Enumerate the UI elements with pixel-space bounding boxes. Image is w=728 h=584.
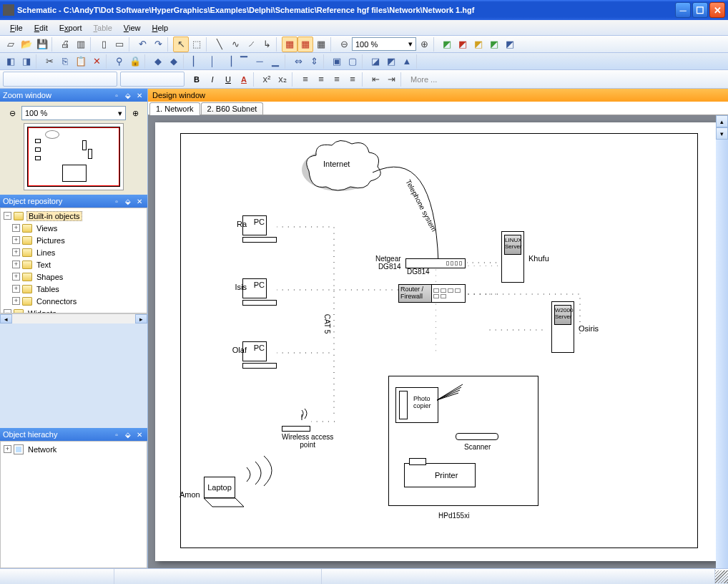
panel-window-icon[interactable]: ▫ — [112, 429, 122, 439]
forward-icon[interactable]: ▲ — [399, 54, 415, 69]
align-t-icon[interactable]: ▔ — [236, 54, 252, 69]
edit-a-icon[interactable]: ◧ — [3, 54, 19, 69]
panel-close-icon[interactable]: ✕ — [134, 429, 144, 439]
page-setup-icon[interactable]: ▥ — [73, 36, 89, 52]
tree-item[interactable]: +Connectors — [2, 295, 145, 307]
panel-close-icon[interactable]: ✕ — [134, 196, 144, 206]
panel-close-icon[interactable]: ✕ — [134, 90, 144, 100]
zoom-dropdown[interactable]: 100 %▾ — [352, 37, 416, 51]
new-icon[interactable]: ▱ — [3, 36, 19, 52]
superscript-icon[interactable]: x² — [259, 72, 275, 87]
zoom-value-dropdown[interactable]: 100 %▾ — [21, 106, 126, 120]
insert-col-icon[interactable]: ▯ — [96, 36, 112, 52]
pointer-tool-icon[interactable]: ↖ — [173, 36, 189, 52]
zoom-out-icon[interactable]: ⊖ — [336, 36, 352, 52]
paste-icon[interactable]: 📋 — [73, 54, 89, 69]
tree-item[interactable]: +Shapes — [2, 271, 145, 283]
wireless-access-point[interactable]: Wireless access point — [282, 409, 333, 449]
panel-pin-icon[interactable]: ⬙ — [123, 196, 133, 206]
tree-item[interactable]: +Views — [2, 222, 145, 234]
repo-hscroll[interactable]: ◂▸ — [0, 313, 147, 323]
tab-b60subnet[interactable]: 2. B60 Subnet — [201, 102, 264, 115]
align-b-icon[interactable]: ▁ — [267, 54, 283, 69]
subscript-icon[interactable]: x₂ — [275, 72, 290, 87]
font-color-icon[interactable]: A — [236, 72, 252, 87]
redo-icon[interactable]: ↷ — [150, 36, 166, 52]
laptop-amon[interactable]: Laptop — [204, 477, 245, 510]
layer-b-icon[interactable]: ◩ — [455, 36, 471, 52]
front-icon[interactable]: ◪ — [368, 54, 383, 69]
menu-help[interactable]: Help — [146, 22, 174, 34]
printer[interactable]: Printer — [404, 463, 476, 487]
diagram-canvas[interactable]: Internet Telephone system Ra PC Isis PC — [155, 122, 716, 561]
pc-ra[interactable]: Ra PC — [242, 215, 277, 243]
grid-snap-icon[interactable]: ▦ — [313, 36, 329, 52]
maximize-button[interactable]: ☐ — [692, 2, 708, 18]
canvas-vscroll[interactable]: ▴ ▾ — [716, 115, 728, 568]
close-button[interactable]: ✕ — [709, 2, 725, 18]
menu-view[interactable]: View — [118, 22, 147, 34]
font-family-dropdown[interactable] — [3, 72, 117, 87]
text-right-icon[interactable]: ≡ — [329, 72, 345, 87]
pc-olaf[interactable]: Olaf PC — [242, 341, 277, 369]
save-icon[interactable]: 💾 — [34, 36, 50, 52]
back-icon[interactable]: ◩ — [383, 54, 399, 69]
align-m-icon[interactable]: ─ — [252, 54, 267, 69]
tree-item[interactable]: +Text — [2, 258, 145, 271]
connector-tool-icon[interactable]: ↳ — [259, 36, 275, 52]
panel-window-icon[interactable]: ▫ — [112, 90, 122, 100]
panel-pin-icon[interactable]: ⬙ — [123, 429, 133, 439]
tree-item[interactable]: +Pictures — [2, 234, 145, 246]
menu-export[interactable]: Export — [54, 22, 88, 34]
layer-e-icon[interactable]: ◩ — [502, 36, 518, 52]
minimize-button[interactable]: ─ — [675, 2, 691, 18]
menu-file[interactable]: File — [4, 22, 29, 34]
photocopier[interactable]: Photo copier — [395, 387, 438, 423]
align-r-icon[interactable]: ▕ — [220, 54, 236, 69]
indent-inc-icon[interactable]: ⇥ — [383, 72, 399, 87]
layer-d-icon[interactable]: ◩ — [486, 36, 502, 52]
find-icon[interactable]: ⚲ — [112, 54, 127, 69]
ungroup-icon[interactable]: ▢ — [345, 54, 360, 69]
indent-dec-icon[interactable]: ⇤ — [368, 72, 383, 87]
zoom-plus-icon[interactable]: ⊕ — [129, 107, 142, 120]
zoom-thumbnail[interactable] — [24, 123, 124, 190]
tree-item[interactable]: +Lines — [2, 246, 145, 258]
dist-v-icon[interactable]: ⇕ — [306, 54, 322, 69]
layer-a-icon[interactable]: ◩ — [439, 36, 455, 52]
bold-icon[interactable]: B — [189, 72, 205, 87]
text-justify-icon[interactable]: ≡ — [345, 72, 360, 87]
italic-icon[interactable]: I — [205, 72, 220, 87]
zoom-in-icon[interactable]: ⊕ — [416, 36, 432, 52]
open-icon[interactable]: 📂 — [19, 36, 34, 52]
tree-item[interactable]: +Tables — [2, 283, 145, 295]
underline-icon[interactable]: U — [220, 72, 236, 87]
copy-icon[interactable]: ⎘ — [57, 54, 73, 69]
resize-grip-icon[interactable] — [715, 570, 728, 583]
edit-b-icon[interactable]: ◨ — [19, 54, 34, 69]
panel-window-icon[interactable]: ▫ — [112, 196, 122, 206]
curve-tool-icon[interactable]: ∿ — [227, 36, 243, 52]
scanner[interactable] — [456, 433, 498, 440]
more-label[interactable]: More ... — [410, 75, 437, 84]
text-left-icon[interactable]: ≡ — [297, 72, 313, 87]
print-icon[interactable]: 🖨 — [57, 36, 73, 52]
undo-icon[interactable]: ↶ — [134, 36, 150, 52]
fill-a-icon[interactable]: ◆ — [150, 54, 166, 69]
delete-icon[interactable]: ✕ — [89, 54, 104, 69]
group-icon[interactable]: ▣ — [329, 54, 345, 69]
select-area-icon[interactable]: ⬚ — [189, 36, 205, 52]
tree-root-builtin[interactable]: −Built-in objects — [2, 210, 145, 222]
insert-row-icon[interactable]: ▭ — [112, 36, 127, 52]
menu-edit[interactable]: Edit — [29, 22, 54, 34]
align-c-icon[interactable]: │ — [205, 54, 220, 69]
cut-icon[interactable]: ✂ — [41, 54, 57, 69]
panel-pin-icon[interactable]: ⬙ — [123, 90, 133, 100]
layer-c-icon[interactable]: ◩ — [471, 36, 486, 52]
fill-b-icon[interactable]: ◆ — [166, 54, 182, 69]
tab-network[interactable]: 1. Network — [149, 102, 200, 115]
line-tool-icon[interactable]: ╲ — [212, 36, 227, 52]
grid-show-icon[interactable]: ▦ — [297, 36, 313, 52]
pc-isis[interactable]: Isis PC — [242, 278, 277, 306]
text-center-icon[interactable]: ≡ — [313, 72, 329, 87]
